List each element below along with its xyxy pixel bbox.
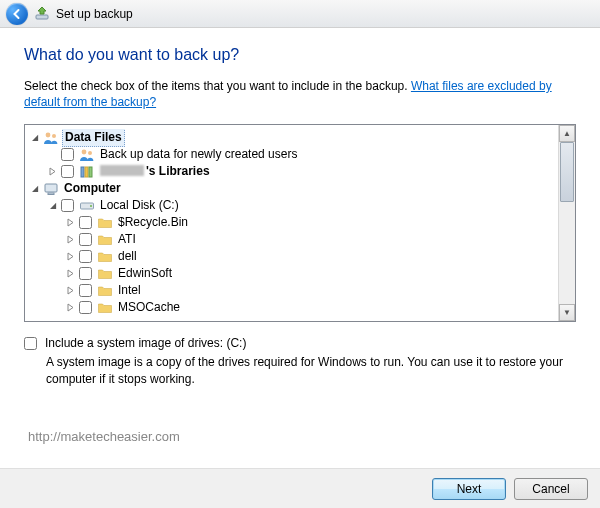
- button-row: Next Cancel: [0, 468, 600, 508]
- svg-point-1: [46, 132, 51, 137]
- svg-rect-9: [48, 193, 54, 195]
- expand-caret[interactable]: [65, 251, 76, 262]
- tree-label: Intel: [116, 282, 143, 299]
- window-title: Set up backup: [56, 7, 133, 21]
- tree-item-local-disk[interactable]: ◢Local Disk (C:): [47, 197, 557, 214]
- svg-point-2: [52, 134, 56, 138]
- folder-icon: [97, 283, 113, 299]
- folder-icon: [97, 215, 113, 231]
- tree-item-folder[interactable]: EdwinSoft: [65, 265, 557, 282]
- expand-caret[interactable]: [65, 302, 76, 313]
- scroll-down-button[interactable]: ▼: [559, 304, 575, 321]
- tree-item-folder[interactable]: Intel: [65, 282, 557, 299]
- tree-checkbox[interactable]: [61, 148, 74, 161]
- include-image-description: A system image is a copy of the drives r…: [46, 354, 576, 386]
- scroll-track[interactable]: [559, 142, 575, 304]
- page-heading: What do you want to back up?: [24, 46, 576, 64]
- library-icon: [79, 164, 95, 180]
- svg-point-4: [88, 151, 92, 155]
- cancel-button[interactable]: Cancel: [514, 478, 588, 500]
- include-image-checkbox[interactable]: [24, 337, 37, 350]
- backup-icon: [34, 6, 50, 22]
- back-button[interactable]: [6, 3, 28, 25]
- tree-checkbox[interactable]: [61, 199, 74, 212]
- folder-icon: [97, 249, 113, 265]
- tree-item-folder[interactable]: $Recycle.Bin: [65, 214, 557, 231]
- tree-item-backup-new-users[interactable]: ▷Back up data for newly created users: [47, 146, 557, 163]
- tree-label: Back up data for newly created users: [98, 146, 299, 163]
- tree-item-folder[interactable]: dell: [65, 248, 557, 265]
- svg-rect-8: [45, 184, 57, 192]
- expand-caret[interactable]: [65, 217, 76, 228]
- expand-caret[interactable]: ◢: [47, 200, 58, 211]
- tree-item-computer[interactable]: ◢Computer: [29, 180, 557, 197]
- instruction-text: Select the check box of the items that y…: [24, 78, 576, 110]
- svg-point-11: [90, 205, 92, 207]
- tree-label: 's Libraries: [98, 163, 212, 180]
- tree-label: $Recycle.Bin: [116, 214, 190, 231]
- tree-item-folder[interactable]: ATI: [65, 231, 557, 248]
- tree-checkbox[interactable]: [79, 267, 92, 280]
- tree-label: dell: [116, 248, 139, 265]
- expand-caret[interactable]: [65, 268, 76, 279]
- tree-checkbox[interactable]: [79, 301, 92, 314]
- tree-label: MSOCache: [116, 299, 182, 316]
- tree-checkbox[interactable]: [79, 216, 92, 229]
- expand-caret[interactable]: [47, 166, 58, 177]
- svg-rect-7: [89, 167, 92, 177]
- tree-item-folder[interactable]: MSOCache: [65, 299, 557, 316]
- expand-caret[interactable]: ◢: [29, 132, 40, 143]
- content-area: What do you want to back up? Select the …: [0, 28, 600, 468]
- scroll-up-button[interactable]: ▲: [559, 125, 575, 142]
- tree-checkbox[interactable]: [61, 165, 74, 178]
- tree-label: EdwinSoft: [116, 265, 174, 282]
- people-icon: [79, 147, 95, 163]
- expand-caret[interactable]: ◢: [29, 183, 40, 194]
- scrollbar[interactable]: ▲ ▼: [558, 125, 575, 321]
- tree-item-user-libraries[interactable]: 's Libraries: [47, 163, 557, 180]
- tree-checkbox[interactable]: [79, 250, 92, 263]
- tree-item-data-files[interactable]: ◢Data Files: [29, 129, 557, 146]
- expand-caret[interactable]: [65, 285, 76, 296]
- computer-icon: [43, 181, 59, 197]
- folder-icon: [97, 300, 113, 316]
- drive-icon: [79, 198, 95, 214]
- svg-rect-0: [36, 15, 48, 19]
- instruction-prefix: Select the check box of the items that y…: [24, 79, 411, 93]
- expand-caret[interactable]: [65, 234, 76, 245]
- watermark-text: http://maketecheasier.com: [28, 429, 180, 444]
- include-image-label: Include a system image of drives: (C:): [45, 336, 246, 350]
- system-image-option: Include a system image of drives: (C:): [24, 336, 576, 350]
- tree-container: ◢Data Files▷Back up data for newly creat…: [24, 124, 576, 322]
- svg-rect-6: [85, 167, 88, 177]
- tree-label: Data Files: [62, 129, 125, 147]
- folder-icon: [97, 266, 113, 282]
- titlebar: Set up backup: [0, 0, 600, 28]
- tree-checkbox[interactable]: [79, 284, 92, 297]
- folder-icon: [97, 232, 113, 248]
- people-icon: [43, 130, 59, 146]
- tree-label: Computer: [62, 180, 123, 197]
- svg-point-3: [82, 149, 87, 154]
- tree-label: Local Disk (C:): [98, 197, 181, 214]
- next-button[interactable]: Next: [432, 478, 506, 500]
- tree-checkbox[interactable]: [79, 233, 92, 246]
- scroll-thumb[interactable]: [560, 142, 574, 202]
- svg-rect-5: [81, 167, 84, 177]
- tree-label: ATI: [116, 231, 138, 248]
